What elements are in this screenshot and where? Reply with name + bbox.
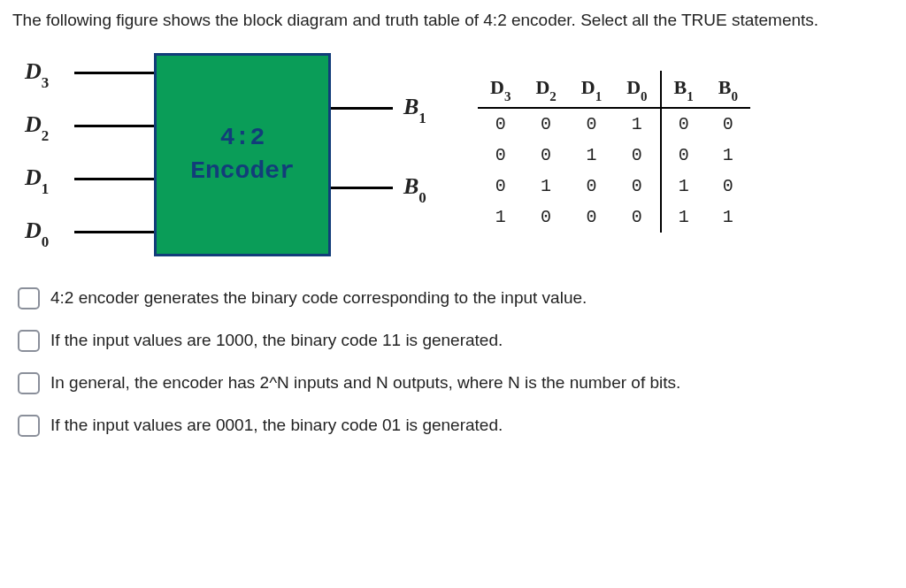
table-cell: 0 — [569, 108, 614, 140]
table-cell: 0 — [523, 108, 568, 140]
table-cell: 0 — [569, 202, 614, 233]
table-cell: 1 — [614, 108, 660, 140]
encoder-diagram: D3 D2 D1 D0 4:2 Encoder B1 B0 — [21, 53, 446, 256]
box-line2: Encoder — [190, 155, 295, 188]
table-cell: 0 — [706, 171, 750, 202]
option-3[interactable]: In general, the encoder has 2^N inputs a… — [18, 371, 894, 394]
table-cell: 0 — [614, 202, 660, 233]
table-cell: 1 — [661, 171, 706, 202]
table-header: D3 — [478, 71, 523, 108]
table-header: B1 — [661, 71, 706, 108]
checkbox-icon[interactable] — [18, 415, 40, 437]
wire-d0 — [74, 231, 154, 233]
table-cell: 0 — [478, 140, 523, 171]
output-label-b1: B1 — [403, 94, 426, 124]
wire-b1 — [331, 107, 393, 110]
checkbox-icon[interactable] — [18, 330, 40, 352]
input-label-d0: D0 — [25, 218, 49, 248]
table-cell: 0 — [614, 140, 660, 171]
options-list: 4:2 encoder generates the binary code co… — [12, 286, 894, 437]
table-cell: 1 — [706, 202, 750, 233]
table-cell: 0 — [478, 108, 523, 140]
option-text: In general, the encoder has 2^N inputs a… — [50, 371, 680, 394]
table-cell: 0 — [523, 140, 568, 171]
table-header: D0 — [614, 71, 660, 108]
table-row: 000100 — [478, 108, 750, 140]
input-label-d2: D2 — [25, 111, 49, 141]
encoder-box: 4:2 Encoder — [154, 53, 331, 256]
wire-b0 — [331, 187, 393, 189]
table-row: 100011 — [478, 202, 750, 233]
truth-table: D3D2D1D0B1B0 000100001001010010100011 — [478, 71, 750, 233]
checkbox-icon[interactable] — [18, 372, 40, 394]
wire-d1 — [74, 178, 154, 180]
option-2[interactable]: If the input values are 1000, the binary… — [18, 329, 894, 352]
box-line1: 4:2 — [220, 121, 265, 155]
figure-row: D3 D2 D1 D0 4:2 Encoder B1 B0 — [21, 53, 894, 256]
option-1[interactable]: 4:2 encoder generates the binary code co… — [18, 286, 894, 309]
table-cell: 1 — [706, 140, 750, 171]
table-cell: 0 — [523, 202, 568, 233]
input-label-d3: D3 — [25, 58, 49, 88]
table-cell: 1 — [569, 140, 614, 171]
option-text: If the input values are 1000, the binary… — [50, 329, 503, 352]
table-header: D1 — [569, 71, 614, 108]
table-cell: 1 — [478, 202, 523, 233]
wire-d2 — [74, 125, 154, 127]
wire-d3 — [74, 72, 154, 74]
option-text: 4:2 encoder generates the binary code co… — [50, 286, 587, 309]
table-header: B0 — [706, 71, 750, 108]
table-cell: 0 — [661, 140, 706, 171]
table-header: D2 — [523, 71, 568, 108]
table-cell: 0 — [706, 108, 750, 140]
output-label-b0: B0 — [403, 173, 426, 203]
question-text: The following figure shows the block dia… — [12, 9, 894, 32]
table-row: 001001 — [478, 140, 750, 171]
option-4[interactable]: If the input values are 0001, the binary… — [18, 414, 894, 437]
table-cell: 0 — [661, 108, 706, 140]
table-cell: 0 — [569, 171, 614, 202]
option-text: If the input values are 0001, the binary… — [50, 414, 503, 437]
checkbox-icon[interactable] — [18, 287, 40, 309]
input-label-d1: D1 — [25, 164, 49, 195]
table-cell: 0 — [478, 171, 523, 202]
table-cell: 1 — [661, 202, 706, 233]
table-cell: 1 — [523, 171, 568, 202]
table-cell: 0 — [614, 171, 660, 202]
table-row: 010010 — [478, 171, 750, 202]
